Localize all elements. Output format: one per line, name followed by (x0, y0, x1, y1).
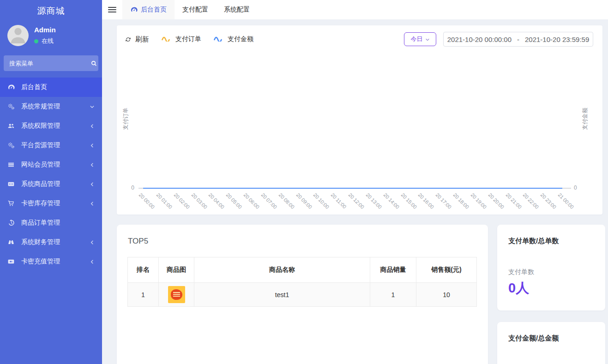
credit-card-icon (7, 258, 17, 265)
stat-card-orders: 支付单数/总单数 支付单数 0人 (497, 225, 605, 310)
sales-cell: 1 (370, 283, 416, 307)
sidebar-item-label: 系统权限管理 (21, 122, 90, 130)
content: 刷新 支付订单支付金额 今日 2021-10-20 00:00:00 - 202… (102, 19, 608, 364)
binoculars-icon (7, 239, 17, 246)
user-status: 在线 (34, 37, 56, 45)
chart-card: 刷新 支付订单支付金额 今日 2021-10-20 00:00:00 - 202… (117, 25, 602, 215)
search-icon[interactable] (90, 60, 97, 67)
x-axis-tick-label: 20 17:00 (435, 192, 453, 210)
sidebar-item-label: 卡密库存管理 (21, 199, 90, 208)
hamburger-icon[interactable] (102, 0, 122, 19)
x-axis-tick-label: 20 16:00 (417, 192, 435, 210)
x-axis-tick-label: 20 15:00 (400, 192, 418, 210)
x-axis-tick-label: 20 08:00 (277, 192, 295, 210)
table-header-cell: 商品图 (159, 257, 194, 283)
top5-title: TOP5 (128, 237, 148, 246)
x-axis-tick-label: 21 00:00 (557, 192, 575, 210)
tab-dashboard[interactable]: 后台首页 (122, 0, 175, 19)
series-line (143, 188, 562, 189)
sidebar-menu: 后台首页系统常规管理系统权限管理平台货源管理网站会员管理系统商品管理卡密库存管理… (0, 78, 102, 271)
amount-cell: 10 (416, 283, 477, 307)
sidebar-item-label: 系统商品管理 (21, 180, 90, 188)
sidebar-item-system-general[interactable]: 系统常规管理 (0, 97, 102, 116)
line-chart: 支付订单 支付金额 0 0 20 00:0020 01:0020 02:0020… (117, 25, 602, 215)
x-axis-tick-label: 20 04:00 (208, 192, 226, 210)
stat-card-amount: 支付金额/总金额 (497, 322, 605, 364)
chevron-left-icon (90, 162, 95, 167)
sidebar-item-label: 商品订单管理 (21, 219, 95, 227)
tab-label: 系统配置 (224, 6, 250, 14)
x-axis-tick-label: 20 20:00 (487, 192, 505, 210)
sidebar-item-card-stock[interactable]: 卡密库存管理 (0, 194, 102, 213)
sidebar-item-goods-orders[interactable]: 商品订单管理 (0, 213, 102, 233)
x-axis-tick-label: 20 06:00 (243, 192, 261, 210)
brand-title: 源商城 (0, 0, 102, 22)
table-header-cell: 商品名称 (194, 257, 370, 283)
name-cell: test1 (194, 283, 370, 307)
image-cell (159, 283, 194, 307)
user-panel: Admin 在线 (0, 22, 102, 53)
x-axis-tick-label: 20 23:00 (540, 192, 558, 210)
chevron-left-icon (90, 240, 95, 245)
stat-title: 支付金额/总金额 (508, 334, 559, 343)
x-axis-tick-label: 20 05:00 (225, 192, 243, 210)
x-axis-tick-label: 20 00:00 (138, 192, 156, 210)
x-axis-tick-label: 20 11:00 (330, 192, 348, 209)
search-input[interactable] (9, 60, 90, 67)
tab-label: 后台首页 (141, 6, 167, 14)
tab-label: 支付配置 (182, 6, 208, 14)
table-row: 1test1110 (128, 283, 477, 307)
chevron-left-icon (90, 259, 95, 264)
sidebar-item-system-goods[interactable]: 系统商品管理 (0, 174, 102, 194)
stat-metric-value: 0人 (508, 279, 529, 298)
x-axis-tick-label: 20 03:00 (190, 192, 208, 210)
gears-icon (7, 103, 17, 110)
chevron-left-icon (90, 124, 95, 129)
x-axis-tick-label: 20 22:00 (522, 192, 540, 210)
chevron-left-icon (90, 143, 95, 148)
table-header-row: 排名商品图商品名称商品销量销售额(元) (128, 257, 477, 283)
sidebar-item-label: 网站会员管理 (21, 161, 90, 169)
tab-payment-config[interactable]: 支付配置 (175, 0, 216, 19)
top5-table: 排名商品图商品名称商品销量销售额(元) 1test1110 (127, 257, 477, 307)
sidebar-item-label: 卡密充值管理 (21, 257, 90, 266)
sidebar-item-system-finance[interactable]: 系统财务管理 (0, 233, 102, 252)
person-icon (7, 25, 29, 46)
x-axis-tick-label: 20 01:00 (155, 192, 173, 210)
sidebar-item-system-permission[interactable]: 系统权限管理 (0, 116, 102, 136)
chevron-left-icon (90, 201, 95, 206)
tachometer-icon (7, 84, 17, 91)
sidebar-item-dashboard[interactable]: 后台首页 (0, 78, 102, 97)
x-axis-tick-label: 20 12:00 (348, 192, 366, 210)
sidebar: 源商城 Admin 在线 后台首页系统常规管理系统权限管理平台货源管理网站会员管… (0, 0, 102, 364)
sidebar-search (4, 55, 98, 71)
y-axis-zero-right: 0 (574, 185, 577, 191)
card-icon (7, 180, 17, 188)
x-axis-tick-label: 20 07:00 (260, 192, 278, 210)
y-axis-title-left: 支付订单 (122, 101, 130, 137)
rank-cell: 1 (128, 283, 159, 307)
table-icon (7, 161, 17, 168)
history-icon (7, 219, 17, 227)
sidebar-item-label: 系统常规管理 (21, 102, 90, 111)
tab-system-config[interactable]: 系统配置 (216, 0, 258, 19)
y-axis-title-right: 支付金额 (581, 101, 589, 137)
sidebar-item-platform-supply[interactable]: 平台货源管理 (0, 136, 102, 155)
topbar: 后台首页支付配置系统配置 (102, 0, 608, 19)
x-axis-tick-label: 20 09:00 (295, 192, 313, 210)
user-status-label: 在线 (42, 37, 54, 45)
x-axis-tick-label: 20 21:00 (505, 192, 523, 210)
x-axis-tick-label: 20 18:00 (452, 192, 470, 210)
top5-card: TOP5 排名商品图商品名称商品销量销售额(元) 1test1110 (117, 225, 488, 364)
x-axis-tick-label: 20 13:00 (365, 192, 383, 210)
tab-strip: 后台首页支付配置系统配置 (122, 0, 258, 19)
table-header-cell: 商品销量 (370, 257, 416, 283)
sidebar-item-site-members[interactable]: 网站会员管理 (0, 155, 102, 174)
x-axis-tick-label: 20 19:00 (470, 192, 488, 210)
main-area: 后台首页支付配置系统配置 刷新 支付订单支付金额 今日 (102, 0, 608, 364)
cart-icon (7, 200, 17, 207)
x-axis-tick-label: 20 02:00 (173, 192, 191, 210)
sidebar-item-card-recharge[interactable]: 卡密充值管理 (0, 252, 102, 271)
product-thumbnail (168, 286, 185, 303)
sidebar-item-label: 后台首页 (21, 83, 95, 91)
